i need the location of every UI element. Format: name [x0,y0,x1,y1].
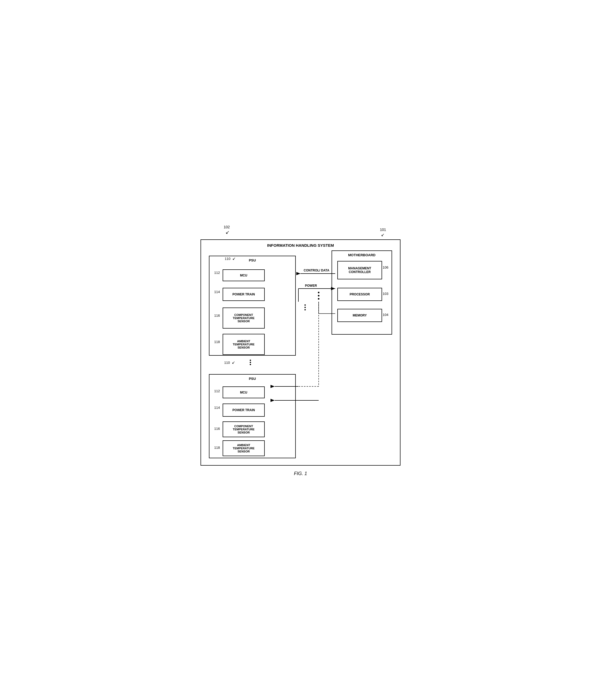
arrow-102-icon: ↙ [225,229,230,235]
psu1-box: PSU MCU 112 POWER TRAIN 114 COMPONENT TE… [209,256,296,356]
comp-temp1-box: COMPONENT TEMPERATURE SENSOR [223,307,265,329]
svg-point-7 [318,295,319,297]
psu2-box: PSU MCU 112 POWER TRAIN 114 COMPONENT TE… [209,374,296,458]
powertrain1-label: POWER TRAIN [232,293,255,296]
mgmt-ctrl-label: MANAGEMENT CONTROLLER [348,267,371,274]
mcu1-box: MCU [223,269,265,281]
diagram-area: INFORMATION HANDLING SYSTEM CONTROL/ DAT… [200,240,401,466]
ref-104: 104 [383,313,388,317]
fig-caption-text: FIG. 1 [294,471,307,476]
ref-114-2: 114 [214,406,220,409]
amb-temp1-label: AMBIENT TEMPERATURE SENSOR [233,340,255,349]
mcu2-box: MCU [223,386,265,398]
ref-102-label: 102 [224,225,230,229]
powertrain2-box: POWER TRAIN [223,403,265,417]
svg-text:CONTROL/ DATA: CONTROL/ DATA [304,269,330,272]
motherboard-box: MOTHERBOARD MANAGEMENT CONTROLLER 106 PR… [332,250,392,334]
ref-106: 106 [383,266,388,269]
mcu2-label: MCU [240,391,247,394]
ref-112-2: 112 [214,389,220,393]
ref-114-1: 114 [214,290,220,294]
dots-between-psus [250,359,251,365]
comp-temp2-label: COMPONENT TEMPERATURE SENSOR [233,425,255,434]
mgmt-ctrl-box: MANAGEMENT CONTROLLER [337,261,382,279]
powertrain1-box: POWER TRAIN [223,288,265,301]
memory-box: MEMORY [337,309,382,322]
amb-temp2-label: AMBIENT TEMPERATURE SENSOR [233,444,255,453]
ref-116-2: 116 [214,427,220,431]
psu2-label: PSU [249,377,256,381]
ref-116-1: 116 [214,314,220,318]
ref-101-label: 101 [380,228,386,232]
svg-text:POWER: POWER [305,284,317,288]
psu1-label: PSU [249,258,256,262]
arrow-101-icon: ↙ [381,232,384,237]
motherboard-label: MOTHERBOARD [348,253,376,257]
ref-118-1: 118 [214,340,220,344]
memory-label: MEMORY [353,314,367,317]
system-title: INFORMATION HANDLING SYSTEM [267,243,334,248]
amb-temp2-box: AMBIENT TEMPERATURE SENSOR [223,440,265,456]
dots-mid [305,304,306,310]
ref-112-1: 112 [214,271,220,275]
comp-temp2-box: COMPONENT TEMPERATURE SENSOR [223,421,265,437]
ref-110-bot: 110 ↙ [224,360,235,365]
ref-103: 103 [383,292,388,296]
svg-point-8 [318,298,319,300]
processor-box: PROCESSOR [337,288,382,301]
mcu1-label: MCU [240,274,247,277]
fig-caption: FIG. 1 [200,471,401,476]
amb-temp1-box: AMBIENT TEMPERATURE SENSOR [223,334,265,355]
processor-label: PROCESSOR [350,293,370,296]
comp-temp1-label: COMPONENT TEMPERATURE SENSOR [233,313,255,323]
svg-point-6 [318,292,319,293]
page-container: 102 ↙ 101 ↙ INFORMATION HANDLING SYSTEM … [200,224,401,476]
ref-118-2: 118 [214,446,220,450]
powertrain2-label: POWER TRAIN [232,408,255,412]
